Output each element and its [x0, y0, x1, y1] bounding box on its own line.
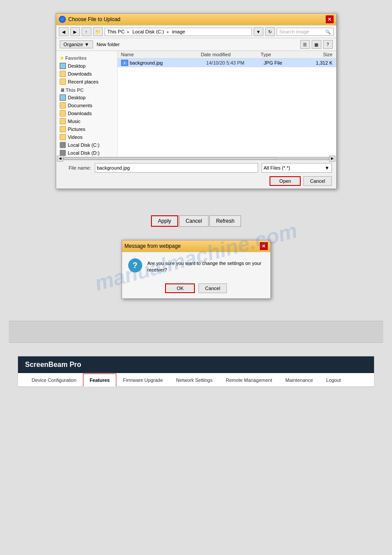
filetype-dropdown[interactable]: All Files (*.*) ▼ — [262, 163, 332, 173]
globe-icon — [59, 16, 66, 23]
folder-icon-recent — [60, 79, 66, 85]
horizontal-scrollbar[interactable] — [63, 157, 329, 160]
file-name: background.jpg — [130, 60, 206, 65]
path-sep-2: ▸ — [167, 29, 169, 35]
search-placeholder: Search image — [280, 29, 324, 34]
folder-icon-btn[interactable]: 📁 — [93, 27, 103, 36]
filename-input[interactable] — [95, 163, 258, 173]
dialog-title: Choose File to Upload — [68, 16, 121, 22]
sidebar-item-downloads-fav[interactable]: Downloads — [56, 70, 117, 78]
view-icons: ☰ ▦ ? — [300, 40, 333, 49]
tab-features[interactable]: Features — [83, 374, 116, 387]
tab-maintenance-label: Maintenance — [285, 377, 313, 383]
apply-button[interactable]: Apply — [151, 215, 178, 227]
refresh-button[interactable]: Refresh — [209, 215, 241, 227]
sidebar-item-music[interactable]: Music — [56, 117, 117, 125]
thispc-label: 🖥 This PC — [56, 86, 117, 94]
file-item-background[interactable]: J background.jpg 14/10/20 5:43 PM JPG Fi… — [118, 58, 336, 67]
sidebar-item-localdisk-d[interactable]: Local Disk (D:) — [56, 149, 117, 156]
footer-buttons: Open Cancel — [61, 176, 332, 186]
sidebar-label-music: Music — [68, 119, 81, 124]
jpg-file-icon: J — [121, 60, 128, 66]
header-size: Size — [301, 52, 333, 57]
message-dialog: Message from webpage ✕ ? Are you sure yo… — [122, 240, 271, 299]
sidebar-item-pictures[interactable]: Pictures — [56, 125, 117, 133]
dialog-close-button[interactable]: ✕ — [326, 15, 334, 23]
search-box[interactable]: Search image 🔍 — [277, 28, 334, 36]
sidebar-item-recent[interactable]: Recent places — [56, 78, 117, 86]
message-cancel-button[interactable]: Cancel — [198, 283, 227, 293]
header-date: Date modified — [201, 52, 260, 57]
desktop-icon-pc — [60, 94, 66, 101]
favorites-label: ★ Favorites — [56, 54, 117, 62]
sidebar-label-localdisk-c: Local Disk (C:) — [68, 142, 100, 148]
tab-device-configuration[interactable]: Device Configuration — [25, 374, 83, 387]
sidebar-item-downloads-pc[interactable]: Downloads — [56, 109, 117, 117]
screenbeam-nav: Device Configuration Features Firmware U… — [18, 373, 374, 387]
sidebar-label-desktop-pc: Desktop — [68, 95, 86, 100]
dialog-titlebar-left: Choose File to Upload — [59, 16, 121, 23]
tab-logout-label: Logout — [326, 377, 341, 383]
sidebar-item-localdisk-c[interactable]: Local Disk (C:) — [56, 141, 117, 149]
header-type: Type — [261, 52, 301, 57]
sidebar-item-documents[interactable]: Documents — [56, 102, 117, 109]
dropdown-path-button[interactable]: ▼ — [254, 27, 263, 36]
filetype-label: All Files (*.*) — [264, 165, 291, 170]
sidebar-item-videos[interactable]: Videos — [56, 133, 117, 141]
sidebar-item-desktop-pc[interactable]: Desktop — [56, 94, 117, 102]
tab-logout[interactable]: Logout — [320, 374, 348, 387]
view-list-button[interactable]: ☰ — [300, 40, 310, 49]
dialog-file-list: Name Date modified Type Size J backgroun… — [118, 51, 336, 156]
tab-maintenance[interactable]: Maintenance — [279, 374, 320, 387]
path-image: image — [172, 29, 185, 34]
view-help-button[interactable]: ? — [323, 40, 333, 49]
forward-button[interactable]: ▶ — [70, 27, 80, 36]
cancel-button[interactable]: Cancel — [179, 215, 209, 227]
dialog-sidebar: ★ Favorites Desktop Downloads Recent pla… — [56, 51, 118, 156]
folder-icon-videos — [60, 134, 66, 140]
sidebar-label-pictures: Pictures — [68, 127, 86, 132]
view-details-button[interactable]: ▦ — [312, 40, 321, 49]
ok-button[interactable]: OK — [165, 283, 195, 293]
question-icon: ? — [128, 258, 142, 272]
tab-remote-management[interactable]: Remote Management — [219, 374, 279, 387]
message-dialog-container: Message from webpage ✕ ? Are you sure yo… — [122, 240, 271, 299]
file-size: 1,312 K — [302, 60, 333, 65]
organize-button[interactable]: Organize ▼ — [60, 40, 94, 48]
open-button[interactable]: Open — [270, 176, 301, 186]
path-breadcrumb[interactable]: This PC ▸ Local Disk (C:) ▸ image — [104, 28, 252, 36]
scroll-left-btn[interactable]: ◀ — [57, 156, 63, 162]
message-close-button[interactable]: ✕ — [260, 242, 268, 250]
sidebar-label-desktop-fav: Desktop — [68, 63, 86, 69]
path-localdisk: Local Disk (C:) — [133, 29, 164, 34]
filename-label: File name: — [61, 165, 91, 170]
message-text: Are you sure you want to change the sett… — [147, 258, 264, 274]
middle-section: manualmachine.com Apply Cancel Refresh M… — [9, 207, 383, 308]
sidebar-label-videos: Videos — [68, 134, 83, 140]
sidebar-label-downloads-fav: Downloads — [68, 71, 92, 76]
tab-network-settings-label: Network Settings — [176, 377, 212, 383]
desktop-icon-fav — [60, 63, 66, 69]
refresh-path-button[interactable]: ↻ — [265, 27, 275, 36]
scroll-right-btn[interactable]: ▶ — [329, 156, 335, 162]
up-button[interactable]: ↑ — [82, 27, 91, 36]
new-folder-button[interactable]: New folder — [97, 42, 120, 47]
sidebar-label-localdisk-d: Local Disk (D:) — [68, 150, 100, 156]
file-dialog-container: Choose File to Upload ✕ ◀ ▶ ↑ 📁 This PC … — [9, 9, 383, 193]
sidebar-item-desktop-fav[interactable]: Desktop — [56, 62, 117, 70]
filetype-arrow: ▼ — [325, 165, 330, 170]
screenbeam-container: ScreenBeam Pro Device Configuration Feat… — [18, 356, 374, 387]
tab-remote-management-label: Remote Management — [226, 377, 272, 383]
screenbeam-brand: ScreenBeam Pro — [25, 361, 81, 368]
folder-icon-downloads-pc — [60, 110, 66, 116]
folder-icon-downloads-fav — [60, 71, 66, 77]
message-titlebar: Message from webpage ✕ — [122, 240, 270, 252]
dialog-body: ★ Favorites Desktop Downloads Recent pla… — [56, 51, 336, 156]
cancel-dialog-button[interactable]: Cancel — [303, 176, 331, 186]
action-button-group: Apply Cancel Refresh — [151, 215, 241, 227]
sidebar-label-recent: Recent places — [68, 79, 99, 84]
tab-firmware-upgrade[interactable]: Firmware Upgrade — [116, 374, 169, 387]
back-button[interactable]: ◀ — [59, 27, 68, 36]
tab-network-settings[interactable]: Network Settings — [169, 374, 219, 387]
folder-icon-pictures — [60, 126, 66, 132]
